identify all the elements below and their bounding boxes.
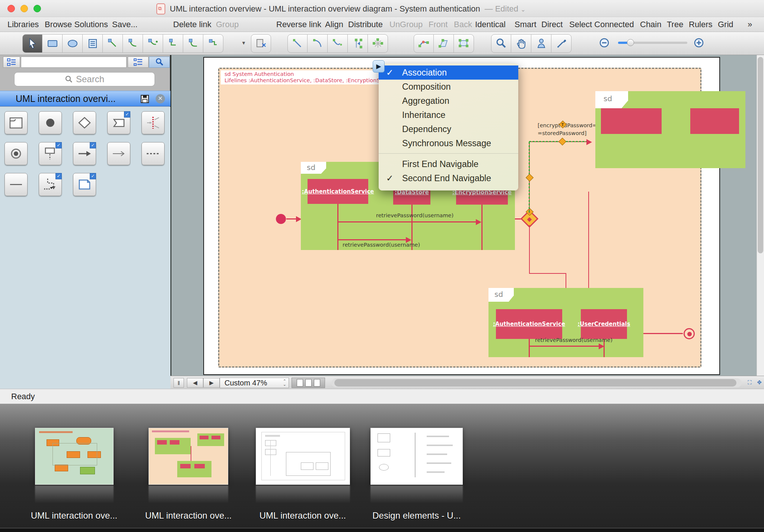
shape-receive-signal[interactable]: ✓: [107, 111, 130, 134]
menu-identical[interactable]: Identical: [475, 20, 506, 29]
fit-to-screen-icon[interactable]: ⛶: [745, 378, 754, 387]
close-panel-icon[interactable]: ✕: [156, 94, 165, 103]
sd-fragment-3[interactable]: sd :AuthenticationService :UserCredentia…: [488, 288, 643, 357]
lifeline-usercredentials[interactable]: :UserCredentials: [581, 309, 627, 339]
menu-distribute[interactable]: Distribute: [348, 20, 383, 29]
multi-connect-button[interactable]: [368, 34, 388, 53]
shape-solid-arrow[interactable]: ✓: [73, 142, 96, 165]
shape-dashed-flow-arrow[interactable]: ✓: [39, 173, 62, 196]
curved-connector-tool-button[interactable]: [123, 34, 143, 53]
vertical-scrollbar[interactable]: [757, 55, 764, 376]
shape-fork-join[interactable]: [141, 111, 165, 134]
menu-grid[interactable]: Grid: [718, 20, 733, 29]
shape-object-lifeline[interactable]: ✓: [39, 142, 62, 165]
edit-shape-button[interactable]: [454, 34, 474, 53]
pan-hand-button[interactable]: [511, 34, 531, 53]
delete-shape-button[interactable]: ✕: [251, 34, 271, 53]
edit-curve-button[interactable]: [414, 34, 434, 53]
menu-rulers[interactable]: Rulers: [689, 20, 713, 29]
shape-decision-node[interactable]: [73, 111, 96, 134]
bezier-tool-button[interactable]: [328, 34, 348, 53]
ellipse-tool-button[interactable]: [63, 34, 83, 53]
shape-initial-node[interactable]: [39, 111, 62, 134]
zoom-in-icon[interactable]: [693, 37, 704, 48]
thumbnail-label[interactable]: UML interaction ove...: [252, 510, 353, 521]
context-menu-item-inheritance[interactable]: Inheritance: [379, 108, 518, 122]
arc-tool-button[interactable]: [308, 34, 328, 53]
context-menu-item-composition[interactable]: Composition: [379, 80, 518, 94]
thumbnail-document-1[interactable]: [35, 428, 114, 485]
connector-midpoint-handle[interactable]: [526, 174, 534, 182]
close-window-button[interactable]: [7, 5, 15, 12]
menu-align[interactable]: Align: [325, 20, 343, 29]
menu-overflow-chevron[interactable]: »: [748, 20, 752, 29]
menu-select-connected[interactable]: Select Connected: [569, 20, 634, 29]
library-panel-header[interactable]: UML interaction overvi... ✕: [0, 91, 171, 106]
previous-page-button[interactable]: ◀: [187, 378, 203, 388]
sd-fragment-2[interactable]: sd: [595, 91, 745, 168]
menu-tree[interactable]: Tree: [667, 20, 683, 29]
distribute-points-button[interactable]: [348, 34, 368, 53]
search-view-button[interactable]: [149, 57, 170, 68]
pan-mode-icon[interactable]: ✥: [755, 378, 764, 387]
horizontal-scrollbar[interactable]: [331, 378, 742, 387]
rounded-connector-tool-button[interactable]: [183, 34, 203, 53]
tree-view-button[interactable]: [3, 57, 20, 68]
shape-final-node[interactable]: [4, 142, 28, 165]
thumbnail-label[interactable]: UML interaction ove...: [24, 510, 124, 521]
shape-dashed-line[interactable]: [141, 142, 165, 165]
search-input[interactable]: Search: [14, 72, 155, 86]
save-library-icon[interactable]: [140, 94, 150, 103]
initial-node[interactable]: [276, 214, 286, 224]
shape-note[interactable]: ✓: [73, 173, 96, 196]
menu-smart[interactable]: Smart: [515, 20, 537, 29]
guard-condition-label[interactable]: [encryptedPassword= =storedPassword]: [538, 122, 597, 137]
lifeline-authenticationservice[interactable]: :AuthenticationService: [496, 309, 562, 339]
window-title-edited[interactable]: — Edited ⌄: [485, 4, 526, 14]
menu-direct[interactable]: Direct: [541, 20, 563, 29]
zoom-slider-track[interactable]: [618, 42, 687, 44]
select-tool-button[interactable]: [22, 34, 42, 53]
context-menu-item-synchronous-message[interactable]: Synchronous Message: [379, 136, 518, 150]
shape-plain-line[interactable]: [4, 173, 28, 196]
thumbnail-document-3[interactable]: [256, 428, 350, 485]
edit-vertices-button[interactable]: [434, 34, 454, 53]
lifeline-box[interactable]: [601, 108, 662, 134]
line-tool-button[interactable]: [287, 34, 308, 53]
shape-interaction-frame[interactable]: [4, 111, 28, 134]
view-mode-switcher[interactable]: [292, 378, 325, 388]
connector-dropdown-arrow[interactable]: ▼: [241, 40, 246, 46]
context-menu-item-association[interactable]: ✓Association: [379, 65, 518, 80]
rectangle-tool-button[interactable]: [42, 34, 63, 53]
minimize-window-button[interactable]: [20, 5, 28, 12]
final-node[interactable]: [684, 328, 695, 339]
connector-action-button[interactable]: ▶: [373, 60, 385, 73]
text-tool-button[interactable]: [83, 34, 103, 53]
menu-chain[interactable]: Chain: [640, 20, 661, 29]
shape-open-arrow[interactable]: [107, 142, 130, 165]
horizontal-scrollbar-thumb[interactable]: [334, 379, 736, 387]
context-menu-item-dependency[interactable]: Dependency: [379, 122, 518, 136]
thumbnail-document-4[interactable]: [370, 428, 463, 485]
thumbnail-label[interactable]: Design elements - U...: [366, 510, 467, 521]
lifeline-box[interactable]: [690, 108, 739, 134]
menu-libraries[interactable]: Libraries: [7, 20, 39, 29]
zoom-stepper-icon[interactable]: ⌃⌄: [283, 379, 286, 386]
library-filter-input[interactable]: [21, 57, 127, 68]
menu-browse-solutions[interactable]: Browse Solutions: [45, 20, 108, 29]
zoom-slider-knob[interactable]: [627, 39, 634, 46]
zoom-out-icon[interactable]: [599, 37, 610, 48]
connector-midpoint-handle[interactable]: [558, 138, 566, 145]
context-menu-item-aggregation[interactable]: Aggregation: [379, 94, 518, 108]
next-page-button[interactable]: ▶: [203, 378, 220, 388]
menu-save[interactable]: Save...: [112, 20, 137, 29]
zoom-level-select[interactable]: Custom 47% ⌃⌄: [220, 378, 289, 388]
lifeline-authenticationservice[interactable]: :AuthenticationService: [308, 179, 368, 204]
thumbnail-label[interactable]: UML interaction ove...: [138, 510, 239, 521]
menu-reverse-link[interactable]: Reverse link: [276, 20, 321, 29]
vertical-scrollbar-thumb[interactable]: [758, 57, 763, 253]
zoom-window-button[interactable]: [34, 5, 41, 12]
eyedropper-button[interactable]: [551, 34, 572, 53]
list-view-button[interactable]: [128, 57, 149, 68]
tree-connector-tool-button[interactable]: [203, 34, 223, 53]
